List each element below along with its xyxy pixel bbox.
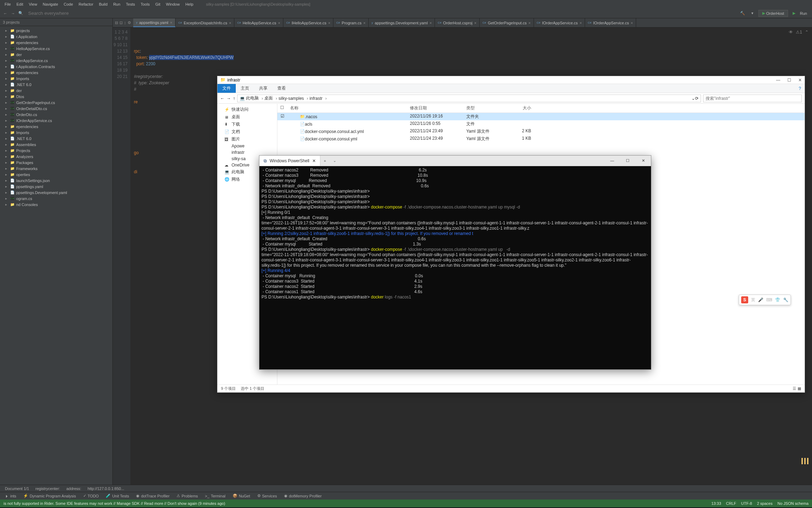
toolstrip-item[interactable]: ◉dotTrace Profiler (133, 494, 172, 498)
status-indent[interactable]: 2 spaces (757, 501, 773, 506)
file-row[interactable]: ☑📁.nacos2022/11/26 19:16文件夹 (277, 113, 805, 120)
tree-item[interactable]: OrderDetailDto.cs (0, 105, 112, 111)
ps-close-icon[interactable]: ✕ (635, 158, 651, 163)
run-icon[interactable]: ▶ (790, 10, 798, 17)
ime-skin-icon[interactable]: 👕 (775, 297, 780, 302)
menu-tests[interactable]: Tests (123, 1, 137, 7)
hammer-icon[interactable]: 🔨 (739, 10, 746, 17)
tree-item[interactable]: IOrderAppService.cs (0, 117, 112, 123)
tab-close-icon[interactable]: × (430, 21, 432, 25)
refresh-icon[interactable]: ⟳ (695, 96, 699, 101)
tab-close-icon[interactable]: × (328, 21, 330, 25)
project-tree[interactable]: projectsr.ApplicationependenciesHelloApp… (0, 26, 112, 485)
tree-item[interactable]: HelloAppService.cs (0, 46, 112, 52)
breadcrumb-seg[interactable]: infrastr (309, 96, 328, 101)
toolstrip-item[interactable]: ✓TODO (80, 494, 102, 498)
toolstrip-item[interactable]: 📦NuGet (230, 494, 253, 498)
tree-item[interactable]: nd Consoles (0, 201, 112, 207)
tab-close-icon[interactable]: × (474, 21, 476, 25)
menu-view[interactable]: View (26, 1, 40, 7)
editor-tab[interactable]: C#ExceptionDispatchInfo.cs× (176, 18, 234, 27)
navpane-item[interactable]: 📄文档 (217, 128, 277, 135)
run-config-combo[interactable]: ▶ OrderHost (758, 10, 788, 17)
tree-item[interactable]: Projects (0, 147, 112, 153)
toolstrip-item[interactable]: ⚙Services (254, 494, 280, 498)
new-tab-dropdown-icon[interactable]: ⌄ (330, 158, 340, 163)
explorer-titlebar[interactable]: 📁 infrastr — ☐ ✕ (217, 76, 805, 84)
tab-close-icon[interactable]: × (363, 21, 365, 25)
breadcrumb-seg[interactable]: 桌面 (264, 95, 278, 101)
navpane-item[interactable]: infrastr (217, 149, 277, 156)
col-size[interactable]: 大小 (506, 104, 534, 113)
close-icon[interactable]: ✕ (798, 78, 802, 83)
tree-item[interactable]: ependencies (0, 123, 112, 129)
editor-tab[interactable]: yappsettings.Development.yaml× (369, 18, 435, 27)
nav-up-button[interactable]: ↑ (233, 96, 235, 101)
list-header[interactable]: ☐ 名称 修改日期 类型 大小 (277, 104, 805, 113)
tab-close-icon[interactable]: × (170, 20, 172, 25)
nav-back-button[interactable]: ← (220, 96, 224, 101)
tab-close-icon[interactable]: × (631, 21, 633, 25)
toolstrip-item[interactable]: >_Terminal (202, 494, 228, 498)
tree-item[interactable]: GetOrderPageInput.cs (0, 99, 112, 105)
tree-item[interactable]: Packages (0, 159, 112, 165)
menu-refactor[interactable]: Refactor (76, 1, 96, 7)
ribbon-home[interactable]: 主页 (236, 84, 254, 93)
editor-tab[interactable]: C#Program.cs× (333, 18, 369, 27)
editor-tab[interactable]: C#IOrderAppService.cs× (534, 18, 585, 27)
editor-tab[interactable]: C#OrderHost.csproj× (435, 18, 480, 27)
status-eol[interactable]: CRLF (726, 501, 736, 506)
terminal-tab[interactable]: ⧉ Windows PowerShell ✕ (259, 156, 320, 166)
ide-notice[interactable]: is not fully supported in Rider. Some ID… (4, 501, 225, 506)
tree-item[interactable]: der (0, 87, 112, 93)
warning-icon[interactable]: ⚠1 (796, 29, 802, 35)
ime-toolbar[interactable]: S 英 🎤 ⌨ 👕 🔧 (739, 295, 791, 305)
ime-keyboard-icon[interactable]: ⌨ (766, 297, 772, 302)
ime-language[interactable]: 英 (751, 297, 755, 303)
col-type[interactable]: 类型 (463, 104, 506, 113)
menu-navigate[interactable]: Navigate (40, 1, 60, 7)
toolstrip-item[interactable]: ⚡Dynamic Program Analysis (20, 494, 79, 498)
menu-edit[interactable]: Edit (14, 1, 26, 7)
ribbon-share[interactable]: 共享 (254, 84, 272, 93)
addr-dropdown-icon[interactable]: ⌄ (691, 96, 695, 101)
ps-maximize-icon[interactable]: ☐ (620, 158, 635, 163)
tree-item[interactable]: ependencies (0, 40, 112, 46)
search-icon[interactable]: 🔍 (17, 10, 25, 17)
file-row[interactable]: 📄acls2022/11/26 0:55文件 (277, 120, 805, 128)
tree-item[interactable]: .NET 6.0 (0, 135, 112, 141)
tree-item[interactable]: Assemblies (0, 141, 112, 147)
navpane-item[interactable]: 🖼图片 (217, 135, 277, 143)
nav-fwd-icon[interactable]: → (9, 10, 17, 17)
tree-item[interactable]: Imports (0, 75, 112, 81)
nav-forward-button[interactable]: → (227, 96, 231, 101)
editor-tab[interactable]: C#IOrderAppService.cs× (585, 18, 636, 27)
dropdown-icon[interactable]: ▾ (749, 10, 756, 17)
tab-collapse-icon[interactable]: ⊟ (115, 20, 118, 25)
tree-item[interactable]: ependencies (0, 69, 112, 75)
error-stripe[interactable] (801, 458, 808, 464)
menu-file[interactable]: File (2, 1, 13, 7)
menu-build[interactable]: Build (97, 1, 110, 7)
status-encoding[interactable]: UTF-8 (741, 501, 752, 506)
editor-tab[interactable]: yappsettings.yaml× (133, 18, 176, 27)
navpane-item[interactable]: ⬇下载 (217, 121, 277, 128)
tree-item[interactable]: ppsettings.yaml (0, 183, 112, 189)
editor-tab[interactable]: C#GetOrderPageInput.cs× (480, 18, 534, 27)
menu-git[interactable]: Git (153, 1, 163, 7)
tree-item[interactable]: launchSettings.json (0, 177, 112, 183)
eye-icon[interactable]: 👁 (789, 29, 793, 35)
tree-item[interactable]: Dtos (0, 93, 112, 99)
tab-close-icon[interactable]: × (579, 21, 582, 25)
navpane-item[interactable]: 🖥桌面 (217, 113, 277, 121)
navpane-item[interactable]: ⚡快速访问 (217, 106, 277, 113)
checkbox-col[interactable]: ☐ (277, 104, 287, 113)
status-schema[interactable]: No JSON schema (777, 501, 808, 506)
tree-item[interactable]: .NET 6.0 (0, 81, 112, 87)
address-box[interactable]: 💻 此电脑 桌面 silky-samples infrastr ⌄ ⟳ (237, 95, 701, 102)
tree-item[interactable]: der (0, 52, 112, 58)
menu-tools[interactable]: Tools (138, 1, 152, 7)
tree-item[interactable]: Imports (0, 129, 112, 135)
navpane-item[interactable]: Apowe (217, 143, 277, 149)
menu-run[interactable]: Run (111, 1, 123, 7)
